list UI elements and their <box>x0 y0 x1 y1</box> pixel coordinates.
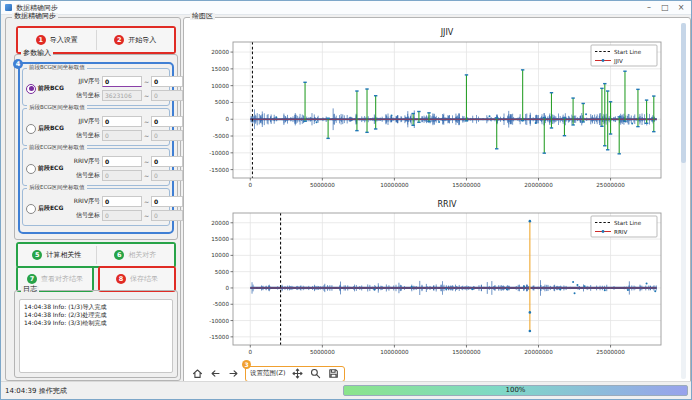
field-row: RRIV序号0~0 <box>70 196 183 207</box>
zoom-icon[interactable] <box>309 367 322 380</box>
svg-text:-15000: -15000 <box>209 334 229 340</box>
plot-scrollbar[interactable] <box>681 23 686 379</box>
field-input-to[interactable]: 0 <box>151 90 183 101</box>
progress-bar: 100% <box>343 385 688 396</box>
svg-text:0: 0 <box>225 116 229 122</box>
svg-text:Start Line: Start Line <box>614 220 642 226</box>
field-input-from[interactable]: 0 <box>102 130 142 141</box>
field-row: 信号坐标0~0 <box>70 130 183 141</box>
legend: Start LineJJIV <box>591 45 657 66</box>
import-settings-label: 导入设置 <box>50 35 78 45</box>
svg-text:0: 0 <box>225 285 229 291</box>
step-7-badge: 7 <box>27 274 37 284</box>
svg-text:15000000: 15000000 <box>452 182 481 188</box>
step-2-badge: 2 <box>114 35 124 45</box>
status-text: 14:04:39 操作完成 <box>5 386 67 396</box>
field-input-from[interactable]: 0 <box>102 196 142 207</box>
param-section-3: 前段ECG区间坐标取值前段ECGRRIV序号0~0信号坐标0~0 <box>22 148 170 186</box>
svg-text:5000: 5000 <box>215 99 230 105</box>
correlation-align-label: 相关对齐 <box>128 250 156 260</box>
back-icon[interactable] <box>209 367 222 380</box>
field-input-to[interactable]: 0 <box>151 170 183 181</box>
param-sections: 前段BCG区间坐标取值前段BCGJJIV序号0~0信号坐标3623106~0后段… <box>20 68 172 226</box>
correlation-buttons-group: 5 计算相关性 6 相关对齐 <box>16 242 176 268</box>
svg-text:25000000: 25000000 <box>596 349 625 355</box>
field-input-from[interactable]: 0 <box>102 76 142 87</box>
param-section-title: 前段ECG区间坐标取值 <box>27 145 87 151</box>
field-input-from[interactable]: 0 <box>102 116 142 127</box>
svg-text:-5000: -5000 <box>213 133 230 139</box>
field-input-to[interactable]: 0 <box>151 116 183 127</box>
radio-1[interactable] <box>26 84 36 94</box>
chart-title: JJIV <box>440 28 454 37</box>
param-section-4: 后段ECG区间坐标取值后段ECGRRIV序号0~0信号坐标0~0 <box>22 188 170 226</box>
start-import-button[interactable]: 2 开始导入 <box>97 28 175 52</box>
status-bar: 14:04:39 操作完成 100% <box>1 381 691 399</box>
calc-correlation-button[interactable]: 5 计算相关性 <box>18 244 96 266</box>
close-icon[interactable]: × <box>673 1 689 14</box>
svg-text:Start Line: Start Line <box>614 49 642 55</box>
radio-2[interactable] <box>26 124 36 134</box>
param-section-title: 后段BCG区间坐标取值 <box>27 105 87 111</box>
svg-text:15000: 15000 <box>211 236 229 242</box>
field-label: 信号坐标 <box>70 131 100 140</box>
log-area[interactable]: 14:04:38 Info: (1/3)导入完成14:04:38 Info: (… <box>19 299 173 373</box>
field-label: 信号坐标 <box>70 211 100 220</box>
svg-text:25000000: 25000000 <box>596 182 625 188</box>
svg-text:-10000: -10000 <box>209 318 229 324</box>
plot-scrollbar-thumb[interactable] <box>681 23 686 163</box>
field-label: 信号坐标 <box>70 91 100 100</box>
step-5-badge: 5 <box>32 250 42 260</box>
progress-label: 100% <box>344 386 687 395</box>
log-line: 14:04:38 Info: (1/3)导入完成 <box>24 303 168 311</box>
step-8-badge: 8 <box>116 274 126 284</box>
tilde-separator: ~ <box>144 78 149 85</box>
chart-jjiv[interactable]: 20000150001000050000-5000-10000-15000050… <box>193 25 673 199</box>
field-input-to[interactable]: 0 <box>151 130 183 141</box>
save-result-label: 保存结果 <box>130 274 158 284</box>
param-section-title: 前段BCG区间坐标取值 <box>27 65 87 71</box>
svg-text:10000000: 10000000 <box>380 349 409 355</box>
plot-toolbar: 3设置范围(Z) <box>191 365 345 382</box>
field-row: RRIV序号0~0 <box>70 156 183 167</box>
chart-rriv[interactable]: 20000150001000050000-5000-10000-15000050… <box>193 199 673 365</box>
radio-label: 前段ECG <box>38 164 63 173</box>
minimize-icon[interactable]: – <box>641 1 657 14</box>
plot-panel-title: 绘图区 <box>190 13 215 20</box>
svg-text:-15000: -15000 <box>209 167 229 173</box>
field-input-to[interactable]: 0 <box>151 156 183 167</box>
field-input-from[interactable]: 0 <box>102 170 142 181</box>
log-title: 日志 <box>21 286 39 293</box>
svg-text:15000: 15000 <box>211 66 229 72</box>
svg-text:5000000: 5000000 <box>310 349 335 355</box>
tilde-separator: ~ <box>144 118 149 125</box>
field-input-from[interactable]: 3623106 <box>102 90 142 101</box>
field-input-from[interactable]: 0 <box>102 156 142 167</box>
home-icon[interactable] <box>191 367 204 380</box>
radio-4[interactable] <box>26 204 36 214</box>
sync-panel: 数据精确同步 1 导入设置 2 开始导入 参数输入 4 前段BCG区间坐标取值前… <box>5 17 181 381</box>
save-icon[interactable] <box>327 367 340 380</box>
step-1-badge: 1 <box>36 35 46 45</box>
start-import-label: 开始导入 <box>128 35 156 45</box>
title-bar: 数据精确同步 – □ × <box>1 1 691 15</box>
field-input-from[interactable]: 0 <box>102 210 142 221</box>
tilde-separator: ~ <box>144 172 149 179</box>
radio-3[interactable] <box>26 164 36 174</box>
field-input-to[interactable]: 0 <box>151 210 183 221</box>
svg-text:0: 0 <box>249 349 253 355</box>
sync-panel-title: 数据精确同步 <box>12 13 58 20</box>
field-input-to[interactable]: 0 <box>151 76 183 87</box>
chart-title: RRIV <box>438 200 457 209</box>
set-range-button[interactable]: 设置范围(Z) <box>250 369 286 378</box>
svg-text:20000000: 20000000 <box>524 182 553 188</box>
param-input-title: 参数输入 <box>21 50 53 57</box>
field-input-to[interactable]: 0 <box>151 196 183 207</box>
log-group: 日志 14:04:38 Info: (1/3)导入完成14:04:38 Info… <box>14 290 178 378</box>
pan-icon[interactable] <box>291 367 304 380</box>
maximize-icon[interactable]: □ <box>657 1 673 14</box>
forward-icon[interactable] <box>227 367 240 380</box>
correlation-align-button[interactable]: 6 相关对齐 <box>97 244 175 266</box>
save-result-button[interactable]: 8 保存结果 <box>100 268 174 290</box>
set-range-group: 3设置范围(Z) <box>245 366 345 382</box>
